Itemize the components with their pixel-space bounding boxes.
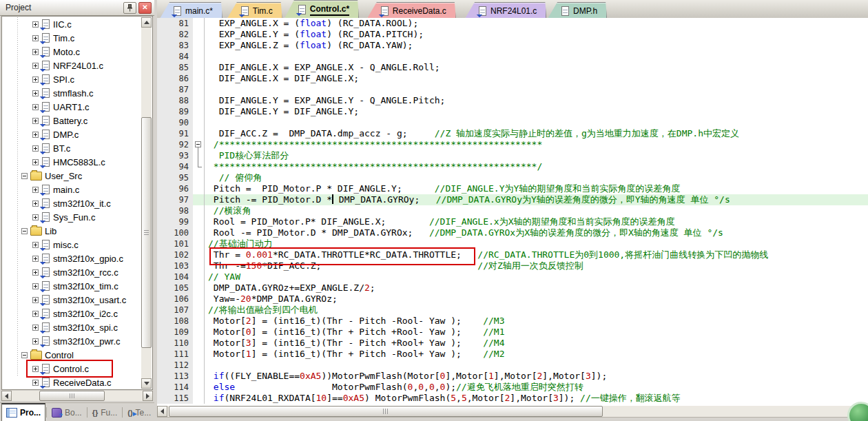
expand-box-icon[interactable] bbox=[32, 118, 39, 124]
collapse-box-icon[interactable] bbox=[21, 173, 28, 179]
tree-item-stm32f10x-spi-c[interactable]: stm32f10x_spi.c bbox=[2, 320, 141, 334]
tree-item-lib[interactable]: Lib bbox=[2, 224, 141, 238]
code-line-95[interactable]: 95 // 俯仰角 bbox=[157, 172, 868, 183]
scroll-thumb[interactable] bbox=[141, 117, 152, 348]
code-line-101[interactable]: 101//基础油门动力 bbox=[157, 238, 868, 249]
code-text[interactable] bbox=[205, 51, 868, 62]
code-line-91[interactable]: 91 DIF_ACC.Z = DMP_DATA.dmp_accz - g; //… bbox=[157, 128, 868, 139]
expand-box-icon[interactable] bbox=[32, 366, 39, 372]
expand-box-icon[interactable] bbox=[32, 297, 39, 303]
expand-box-icon[interactable] bbox=[32, 380, 39, 386]
code-text[interactable]: Motor[2] = (int16_t)(Thr - Pitch -Rool- … bbox=[205, 316, 868, 327]
code-line-85[interactable]: 85 DIF_ANGLE.X = EXP_ANGLE.X - Q_ANGLE.R… bbox=[157, 62, 868, 73]
code-line-92[interactable]: 92 /************************************… bbox=[157, 139, 868, 150]
fold-marker[interactable] bbox=[193, 161, 205, 172]
tree-item-battery-c[interactable]: Battery.c bbox=[2, 114, 141, 127]
expand-box-icon[interactable] bbox=[32, 201, 39, 207]
tree-item-nrf24l01-c[interactable]: NRF24L01.c bbox=[2, 59, 141, 72]
expand-box-icon[interactable] bbox=[32, 145, 39, 152]
expand-box-icon[interactable] bbox=[32, 104, 39, 110]
code-line-109[interactable]: 109 Motor[0] = (int16_t)(Thr + Pitch +Ro… bbox=[157, 327, 868, 338]
tree-item-moto-c[interactable]: Moto.c bbox=[2, 45, 141, 59]
scroll-down-button[interactable] bbox=[141, 378, 152, 389]
code-line-98[interactable]: 98 //横滚角 bbox=[157, 205, 868, 216]
code-editor[interactable]: 81 EXP_ANGLE.X = (float) (RC_DATA.ROOL);… bbox=[157, 18, 868, 405]
scroll-up-button[interactable] bbox=[141, 17, 152, 28]
scroll-right-button[interactable] bbox=[143, 391, 153, 401]
code-text[interactable] bbox=[205, 84, 868, 95]
code-text[interactable]: EXP_ANGLE.Y = (float) (RC_DATA.PITCH); bbox=[205, 29, 868, 40]
collapse-box-icon[interactable] bbox=[21, 352, 28, 358]
code-text[interactable] bbox=[205, 360, 868, 371]
code-text[interactable]: Thr = 0.001*RC_DATA.THROTTLE*RC_DATA.THR… bbox=[205, 249, 868, 260]
tab-control-c-[interactable]: Control.c* bbox=[285, 0, 359, 19]
tree-item-hmc5883l-c[interactable]: HMC5883L.c bbox=[2, 155, 141, 169]
code-line-110[interactable]: 110 Motor[3] = (int16_t)(Thr - Pitch +Ro… bbox=[157, 338, 868, 349]
tab-dmp-h[interactable]: DMP.h bbox=[548, 2, 607, 19]
code-text[interactable]: DIF_ANGLE.Y = EXP_ANGLE.Y - Q_ANGLE.Pitc… bbox=[205, 95, 868, 106]
scroll-thumb[interactable] bbox=[39, 391, 105, 401]
expand-box-icon[interactable] bbox=[32, 76, 39, 83]
code-line-115[interactable]: 115 if(NRF24L01_RXDATA[10]==0xA5) MotorP… bbox=[157, 393, 868, 404]
code-line-106[interactable]: 106 Yaw=-20*DMP_DATA.GYROz; bbox=[157, 294, 868, 305]
code-line-89[interactable]: 89 DIF_ANGLE.Y = DIF_ANGLE.Y; bbox=[157, 106, 868, 117]
tree-item-sys-fun-c[interactable]: Sys_Fun.c bbox=[2, 210, 141, 224]
tree-item-iic-c[interactable]: IIC.c bbox=[2, 17, 141, 31]
expand-box-icon[interactable] bbox=[32, 159, 39, 165]
code-text[interactable]: // YAW bbox=[205, 271, 868, 283]
code-text[interactable]: Rool = PID_Motor.P* DIF_ANGLE.X; //DIF_A… bbox=[205, 216, 868, 227]
code-line-94[interactable]: 94 *************************************… bbox=[157, 161, 868, 172]
tree-item-main-c[interactable]: main.c bbox=[2, 183, 141, 196]
code-line-108[interactable]: 108 Motor[2] = (int16_t)(Thr - Pitch -Ro… bbox=[157, 316, 868, 327]
panel-tab-pro[interactable]: Pro... bbox=[1, 403, 45, 421]
code-text[interactable]: DIF_ANGLE.X = EXP_ANGLE.X - Q_ANGLE.Roll… bbox=[205, 62, 868, 73]
code-text[interactable]: DIF_ANGLE.Y = DIF_ANGLE.Y; bbox=[205, 106, 868, 117]
code-line-88[interactable]: 88 DIF_ANGLE.Y = EXP_ANGLE.Y - Q_ANGLE.P… bbox=[157, 95, 868, 106]
code-line-81[interactable]: 81 EXP_ANGLE.X = (float) (RC_DATA.ROOL); bbox=[157, 18, 868, 29]
tree-item-receivedata-c[interactable]: ReceiveData.c bbox=[2, 376, 141, 389]
scroll-thumb[interactable] bbox=[169, 406, 603, 417]
code-text[interactable]: Motor[0] = (int16_t)(Thr + Pitch +Rool- … bbox=[205, 327, 868, 338]
code-text[interactable]: else MotorPwmFlash(0,0,0,0);//避免飞机落地重启时突… bbox=[205, 382, 868, 393]
code-line-105[interactable]: 105 DMP_DATA.GYROz+=EXP_ANGLE.Z/2; bbox=[157, 283, 868, 294]
code-text[interactable] bbox=[205, 117, 868, 128]
code-text[interactable]: if(NRF24L01_RXDATA[10]==0xA5) MotorPwmFl… bbox=[205, 393, 868, 404]
scroll-left-button[interactable] bbox=[157, 406, 167, 417]
tab-tim-c[interactable]: Tim.c bbox=[227, 2, 282, 19]
code-text[interactable]: DIF_ACC.Z = DMP_DATA.dmp_accz - g; //Z 轴… bbox=[205, 128, 868, 139]
code-text[interactable]: // 俯仰角 bbox=[205, 172, 868, 183]
code-line-86[interactable]: 86 DIF_ANGLE.X = DIF_ANGLE.X; bbox=[157, 73, 868, 84]
code-line-113[interactable]: 113 if((FLY_ENABLE==0xA5))MotorPwmFlash(… bbox=[157, 371, 868, 382]
project-tree-horizontal-scrollbar[interactable] bbox=[1, 391, 153, 401]
collapse-box-icon[interactable] bbox=[21, 228, 28, 234]
expand-box-icon[interactable] bbox=[32, 90, 39, 96]
expand-box-icon[interactable] bbox=[32, 256, 39, 262]
expand-box-icon[interactable] bbox=[32, 325, 39, 331]
code-line-114[interactable]: 114 else MotorPwmFlash(0,0,0,0);//避免飞机落地… bbox=[157, 382, 868, 393]
code-text[interactable]: EXP_ANGLE.Z = (float) (RC_DATA.YAW); bbox=[205, 40, 868, 51]
panel-tab-te[interactable]: ()Te... bbox=[123, 403, 155, 421]
code-line-97[interactable]: 97 Pitch -= PID_Motor.D * DMP_DATA.GYROy… bbox=[157, 194, 868, 205]
code-text[interactable]: ****************************************… bbox=[205, 161, 868, 172]
fold-marker[interactable] bbox=[193, 150, 205, 161]
expand-box-icon[interactable] bbox=[32, 283, 39, 289]
code-line-100[interactable]: 100 Rool -= PID_Motor.D * DMP_DATA.GYROx… bbox=[157, 227, 868, 238]
code-text[interactable]: DMP_DATA.GYROz+=EXP_ANGLE.Z/2; bbox=[205, 283, 868, 294]
code-text[interactable]: PID核心算法部分 bbox=[205, 150, 868, 161]
code-text[interactable]: Rool -= PID_Motor.D * DMP_DATA.GYROx; //… bbox=[205, 227, 868, 238]
code-line-112[interactable]: 112 bbox=[157, 360, 868, 371]
code-text[interactable]: Motor[3] = (int16_t)(Thr - Pitch +Rool+ … bbox=[205, 338, 868, 349]
expand-box-icon[interactable] bbox=[32, 63, 39, 69]
code-line-102[interactable]: 102 Thr = 0.001*RC_DATA.THROTTLE*RC_DATA… bbox=[157, 249, 868, 260]
code-text[interactable]: //将输出值融合到四个电机 bbox=[205, 305, 868, 316]
code-text[interactable]: Yaw=-20*DMP_DATA.GYROz; bbox=[205, 294, 868, 305]
tree-item-stm32f10x-usart-c[interactable]: stm32f10x_usart.c bbox=[2, 293, 141, 307]
code-line-111[interactable]: 111 Motor[1] = (int16_t)(Thr + Pitch -Ro… bbox=[157, 349, 868, 360]
panel-tab-bo[interactable]: Bo... bbox=[48, 403, 86, 421]
tree-item-control-c[interactable]: Control.c bbox=[2, 362, 141, 376]
tree-item-misc-c[interactable]: misc.c bbox=[2, 238, 141, 251]
tree-item-stm32f10x-tim-c[interactable]: stm32f10x_tim.c bbox=[2, 279, 141, 293]
code-text[interactable]: Thr -=150*DIF_ACC.Z; //对Z轴用一次负反馈控制 bbox=[205, 260, 868, 271]
tree-item-bt-c[interactable]: BT.c bbox=[2, 141, 141, 155]
tree-item-stm32f10x-rcc-c[interactable]: stm32f10x_rcc.c bbox=[2, 265, 141, 279]
